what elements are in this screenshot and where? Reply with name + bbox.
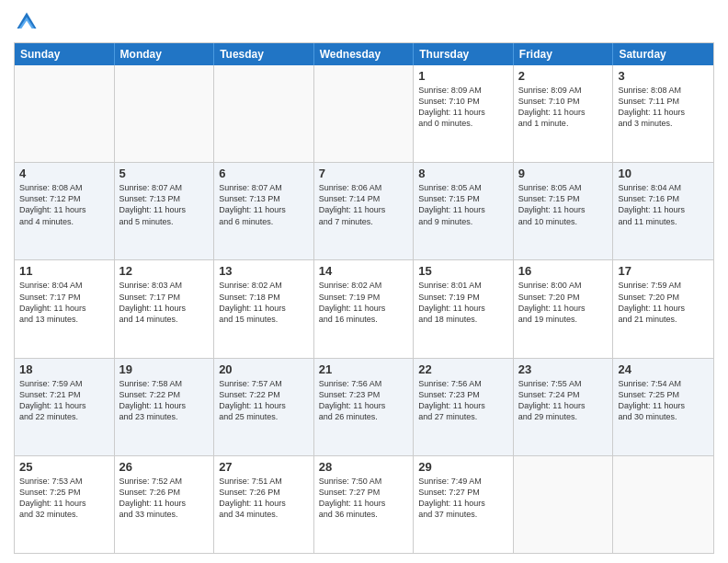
calendar-cell: 16Sunrise: 8:00 AM Sunset: 7:20 PM Dayli…	[514, 260, 614, 357]
cell-info: Sunrise: 7:59 AM Sunset: 7:21 PM Dayligh…	[19, 378, 109, 423]
cell-info: Sunrise: 8:02 AM Sunset: 7:19 PM Dayligh…	[319, 280, 409, 325]
day-number: 29	[418, 460, 508, 474]
calendar-cell: 29Sunrise: 7:49 AM Sunset: 7:27 PM Dayli…	[414, 456, 514, 553]
calendar-row: 25Sunrise: 7:53 AM Sunset: 7:25 PM Dayli…	[15, 456, 713, 553]
calendar-cell: 9Sunrise: 8:05 AM Sunset: 7:15 PM Daylig…	[514, 163, 614, 259]
day-number: 15	[418, 264, 508, 278]
day-number: 1	[418, 69, 508, 83]
calendar: SundayMondayTuesdayWednesdayThursdayFrid…	[14, 42, 714, 554]
cell-info: Sunrise: 7:51 AM Sunset: 7:26 PM Dayligh…	[219, 476, 309, 521]
calendar-cell: 8Sunrise: 8:05 AM Sunset: 7:15 PM Daylig…	[414, 163, 514, 259]
day-number: 14	[319, 264, 409, 278]
cell-info: Sunrise: 8:05 AM Sunset: 7:15 PM Dayligh…	[418, 182, 508, 227]
calendar-cell	[15, 65, 115, 162]
cell-info: Sunrise: 7:55 AM Sunset: 7:24 PM Dayligh…	[518, 378, 609, 423]
cell-info: Sunrise: 8:09 AM Sunset: 7:10 PM Dayligh…	[418, 85, 508, 130]
cell-info: Sunrise: 8:01 AM Sunset: 7:19 PM Dayligh…	[418, 280, 508, 325]
day-number: 19	[119, 362, 210, 376]
day-number: 13	[219, 264, 309, 278]
day-number: 4	[19, 167, 109, 180]
calendar-cell	[115, 65, 215, 162]
day-number: 25	[19, 460, 109, 474]
calendar-body: 1Sunrise: 8:09 AM Sunset: 7:10 PM Daylig…	[15, 65, 713, 553]
day-number: 7	[319, 167, 409, 180]
day-number: 17	[618, 264, 709, 278]
day-number: 6	[219, 167, 309, 180]
day-number: 22	[418, 362, 508, 376]
calendar-cell: 17Sunrise: 7:59 AM Sunset: 7:20 PM Dayli…	[613, 260, 713, 357]
logo-icon	[14, 9, 40, 35]
day-number: 10	[618, 167, 709, 180]
day-number: 9	[518, 167, 609, 180]
calendar-cell	[214, 65, 314, 162]
day-number: 12	[119, 264, 210, 278]
cell-info: Sunrise: 8:03 AM Sunset: 7:17 PM Dayligh…	[119, 280, 210, 325]
cell-info: Sunrise: 8:05 AM Sunset: 7:15 PM Dayligh…	[518, 182, 609, 227]
calendar-cell: 14Sunrise: 8:02 AM Sunset: 7:19 PM Dayli…	[314, 260, 415, 357]
calendar-cell: 3Sunrise: 8:08 AM Sunset: 7:11 PM Daylig…	[613, 65, 713, 162]
calendar-cell	[613, 456, 713, 553]
logo	[14, 9, 43, 35]
weekday-header: Tuesday	[214, 43, 314, 65]
calendar-cell: 2Sunrise: 8:09 AM Sunset: 7:10 PM Daylig…	[514, 65, 614, 162]
cell-info: Sunrise: 8:07 AM Sunset: 7:13 PM Dayligh…	[219, 182, 309, 227]
weekday-header: Saturday	[613, 43, 713, 65]
cell-info: Sunrise: 7:57 AM Sunset: 7:22 PM Dayligh…	[219, 378, 309, 423]
day-number: 20	[219, 362, 309, 376]
calendar-cell: 23Sunrise: 7:55 AM Sunset: 7:24 PM Dayli…	[514, 359, 614, 455]
day-number: 3	[618, 69, 709, 83]
cell-info: Sunrise: 8:08 AM Sunset: 7:12 PM Dayligh…	[19, 182, 109, 227]
day-number: 21	[319, 362, 409, 376]
calendar-cell: 28Sunrise: 7:50 AM Sunset: 7:27 PM Dayli…	[314, 456, 415, 553]
day-number: 11	[19, 264, 109, 278]
calendar-cell: 26Sunrise: 7:52 AM Sunset: 7:26 PM Dayli…	[115, 456, 215, 553]
calendar-row: 11Sunrise: 8:04 AM Sunset: 7:17 PM Dayli…	[15, 260, 713, 358]
weekday-header: Monday	[115, 43, 215, 65]
calendar-cell	[314, 65, 415, 162]
cell-info: Sunrise: 7:56 AM Sunset: 7:23 PM Dayligh…	[319, 378, 409, 423]
calendar-cell: 1Sunrise: 8:09 AM Sunset: 7:10 PM Daylig…	[414, 65, 514, 162]
cell-info: Sunrise: 8:06 AM Sunset: 7:14 PM Dayligh…	[319, 182, 409, 227]
calendar-cell: 24Sunrise: 7:54 AM Sunset: 7:25 PM Dayli…	[613, 359, 713, 455]
day-number: 2	[518, 69, 609, 83]
cell-info: Sunrise: 7:56 AM Sunset: 7:23 PM Dayligh…	[418, 378, 508, 423]
day-number: 16	[518, 264, 609, 278]
calendar-cell: 27Sunrise: 7:51 AM Sunset: 7:26 PM Dayli…	[214, 456, 314, 553]
day-number: 28	[319, 460, 409, 474]
day-number: 5	[119, 167, 210, 180]
calendar-cell: 20Sunrise: 7:57 AM Sunset: 7:22 PM Dayli…	[214, 359, 314, 455]
weekday-header: Sunday	[15, 43, 115, 65]
cell-info: Sunrise: 7:58 AM Sunset: 7:22 PM Dayligh…	[119, 378, 210, 423]
cell-info: Sunrise: 7:53 AM Sunset: 7:25 PM Dayligh…	[19, 476, 109, 521]
calendar-cell: 4Sunrise: 8:08 AM Sunset: 7:12 PM Daylig…	[15, 163, 115, 259]
calendar-row: 4Sunrise: 8:08 AM Sunset: 7:12 PM Daylig…	[15, 163, 713, 260]
cell-info: Sunrise: 7:50 AM Sunset: 7:27 PM Dayligh…	[319, 476, 409, 521]
day-number: 23	[518, 362, 609, 376]
day-number: 27	[219, 460, 309, 474]
cell-info: Sunrise: 8:08 AM Sunset: 7:11 PM Dayligh…	[618, 85, 709, 130]
calendar-cell: 18Sunrise: 7:59 AM Sunset: 7:21 PM Dayli…	[15, 359, 115, 455]
calendar-cell: 10Sunrise: 8:04 AM Sunset: 7:16 PM Dayli…	[613, 163, 713, 259]
page: SundayMondayTuesdayWednesdayThursdayFrid…	[0, 0, 728, 563]
calendar-cell: 19Sunrise: 7:58 AM Sunset: 7:22 PM Dayli…	[115, 359, 215, 455]
cell-info: Sunrise: 8:00 AM Sunset: 7:20 PM Dayligh…	[518, 280, 609, 325]
day-number: 18	[19, 362, 109, 376]
weekday-header: Friday	[514, 43, 614, 65]
cell-info: Sunrise: 7:54 AM Sunset: 7:25 PM Dayligh…	[618, 378, 709, 423]
calendar-header: SundayMondayTuesdayWednesdayThursdayFrid…	[15, 43, 713, 65]
day-number: 26	[119, 460, 210, 474]
cell-info: Sunrise: 8:07 AM Sunset: 7:13 PM Dayligh…	[119, 182, 210, 227]
cell-info: Sunrise: 8:04 AM Sunset: 7:17 PM Dayligh…	[19, 280, 109, 325]
day-number: 8	[418, 167, 508, 180]
cell-info: Sunrise: 8:04 AM Sunset: 7:16 PM Dayligh…	[618, 182, 709, 227]
header	[14, 9, 714, 35]
cell-info: Sunrise: 8:02 AM Sunset: 7:18 PM Dayligh…	[219, 280, 309, 325]
calendar-cell: 15Sunrise: 8:01 AM Sunset: 7:19 PM Dayli…	[414, 260, 514, 357]
calendar-cell: 12Sunrise: 8:03 AM Sunset: 7:17 PM Dayli…	[115, 260, 215, 357]
calendar-cell: 7Sunrise: 8:06 AM Sunset: 7:14 PM Daylig…	[314, 163, 415, 259]
day-number: 24	[618, 362, 709, 376]
calendar-cell: 25Sunrise: 7:53 AM Sunset: 7:25 PM Dayli…	[15, 456, 115, 553]
calendar-cell: 5Sunrise: 8:07 AM Sunset: 7:13 PM Daylig…	[115, 163, 215, 259]
calendar-cell: 13Sunrise: 8:02 AM Sunset: 7:18 PM Dayli…	[214, 260, 314, 357]
calendar-cell: 21Sunrise: 7:56 AM Sunset: 7:23 PM Dayli…	[314, 359, 415, 455]
